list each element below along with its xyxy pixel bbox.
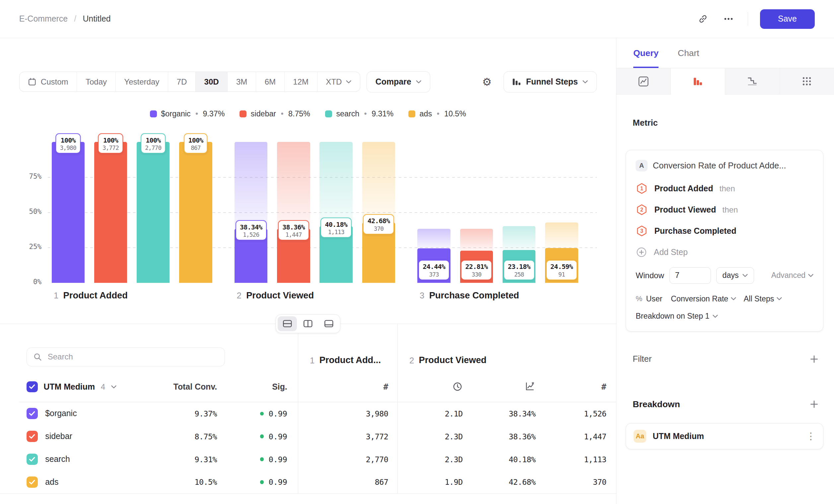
breakdown-menu-icon[interactable]: ⋮ [806,431,816,441]
top-actions: Save [696,9,815,29]
breakdown-item[interactable]: Aa UTM Medium ⋮ [626,423,823,449]
metric-step[interactable]: 3Purchase Completed [636,221,813,242]
breakdown-column-header[interactable]: UTM Medium 4 [19,372,138,402]
row-checkbox[interactable] [26,454,38,465]
table-row-name[interactable]: $organic [19,402,138,425]
chart-toolbar: CustomTodayYesterday7D30D3M6M12MXTD Comp… [19,71,597,92]
retention-chart-tab-icon[interactable] [725,68,780,94]
funnel-bar[interactable]: 100%2,770 [137,142,170,283]
line-chart-tab-icon[interactable] [616,68,671,94]
add-breakdown-button[interactable] [808,398,820,411]
range-today[interactable]: Today [76,72,115,92]
table-row-name[interactable]: ads [19,471,138,494]
metric-title[interactable]: Conversion Rate of Product Adde... [653,161,786,170]
range-label: Custom [41,77,68,87]
legend-item[interactable]: $organic•9.37% [150,109,225,118]
metric-step[interactable]: 2Product Viewedthen [636,199,813,221]
view-split-horizontal-icon[interactable] [278,316,297,331]
query-panel: Query Chart Metric [616,38,834,504]
funnel-bar[interactable]: 38.34%1,526 [235,142,267,283]
window-unit-select[interactable]: days [716,267,754,284]
step2-avg-time-value: 2.3D [397,448,470,471]
funnel-chart-tab-icon[interactable] [671,68,725,94]
measure-scope-select[interactable]: All Steps [744,294,782,303]
divider [748,12,748,26]
range-3m[interactable]: 3M [227,72,256,92]
funnel-bar[interactable]: 42.68%370 [362,142,395,283]
range-7d[interactable]: 7D [168,72,195,92]
compare-button[interactable]: Compare [367,71,430,92]
step2-conv-column[interactable] [470,372,543,402]
plus-icon [810,400,818,408]
save-button[interactable]: Save [760,9,815,29]
view-bottom-panel-icon[interactable] [319,316,338,331]
tab-chart[interactable]: Chart [678,38,699,68]
add-filter-button[interactable] [808,353,820,365]
range-label: 30D [204,77,219,87]
step1-count-column[interactable]: # [298,372,397,402]
chart-type-button[interactable]: Funnel Steps [504,71,597,92]
measure-metric-select[interactable]: Conversion Rate [671,294,736,303]
range-xtd[interactable]: XTD [317,72,360,92]
row-checkbox[interactable] [26,431,38,442]
range-label: Today [86,77,107,87]
legend-item[interactable]: sidebar•8.75% [240,109,310,118]
funnel-step-group: 24.44%37322.81%33023.18%25824.59%91 [417,142,578,283]
ghost-bar [545,223,578,248]
search-input[interactable] [48,352,218,361]
total-conv-column-header[interactable]: Total Conv. [138,372,220,402]
funnel-bar[interactable]: 100%3,772 [94,142,127,283]
step2-conv-value: 42.68% [470,471,543,494]
legend-item[interactable]: ads•10.5% [409,109,466,118]
breadcrumb-page[interactable]: Untitled [83,14,110,24]
table-row-name[interactable]: search [19,448,138,471]
hash-icon: # [383,382,388,392]
more-options-button[interactable] [721,12,736,26]
legend-name: ads [420,109,432,118]
settings-gear-icon[interactable]: ⚙ [480,74,494,89]
funnel-bar[interactable]: 24.44%373 [417,142,450,283]
range-yesterday[interactable]: Yesterday [115,72,168,92]
funnel-bar[interactable]: 40.18%1,113 [320,142,352,283]
funnel-bar[interactable]: 100%867 [179,142,212,283]
view-split-vertical-icon[interactable] [298,316,317,331]
more-chart-types-icon[interactable] [780,68,834,94]
table-row-name[interactable]: sidebar [19,425,138,448]
header-checkbox[interactable] [26,381,38,393]
bar-label: 42.68%370 [363,214,394,234]
sig-column-header[interactable]: Sig. [220,372,298,402]
measure-entity[interactable]: User [646,294,662,303]
step2-avg-time-column[interactable] [397,372,470,402]
search-icon [33,352,42,361]
funnel-bar[interactable]: 24.59%91 [545,142,578,283]
funnel-bar[interactable]: 100%3,980 [52,142,85,283]
range-custom[interactable]: Custom [20,72,77,92]
search-box[interactable] [26,347,225,367]
breadcrumb-section[interactable]: E-Commerce [19,14,68,24]
legend-item[interactable]: search•9.31% [325,109,393,118]
legend-swatch [325,110,332,117]
metric-step[interactable]: 1Product Addedthen [636,178,813,199]
step1-count-value: 2,770 [298,448,397,471]
share-link-button[interactable] [696,12,710,26]
window-input[interactable] [670,267,711,284]
breakdown-on-select[interactable]: Breakdown on Step 1 [636,312,718,321]
row-checkbox[interactable] [26,408,38,419]
breakdown-label: Breakdown [633,399,680,410]
chevron-down-icon [776,297,782,300]
range-30d[interactable]: 30D [195,72,227,92]
step2-count-column[interactable]: # [543,372,616,402]
range-12m[interactable]: 12M [284,72,317,92]
advanced-toggle[interactable]: Advanced [771,271,813,280]
tab-query[interactable]: Query [633,38,659,68]
plus-circle-icon [636,246,647,258]
step2-conv-value: 38.34% [470,402,543,425]
row-checkbox[interactable] [26,477,38,488]
bar-label: 40.18%1,113 [321,217,352,238]
add-step-button[interactable]: Add Step [636,242,813,263]
funnel-bar[interactable]: 23.18%258 [503,142,535,283]
step2-count-value: 1,526 [543,402,616,425]
funnel-bar[interactable]: 38.36%1,447 [277,142,310,283]
funnel-bar[interactable]: 22.81%330 [460,142,493,283]
range-6m[interactable]: 6M [256,72,284,92]
